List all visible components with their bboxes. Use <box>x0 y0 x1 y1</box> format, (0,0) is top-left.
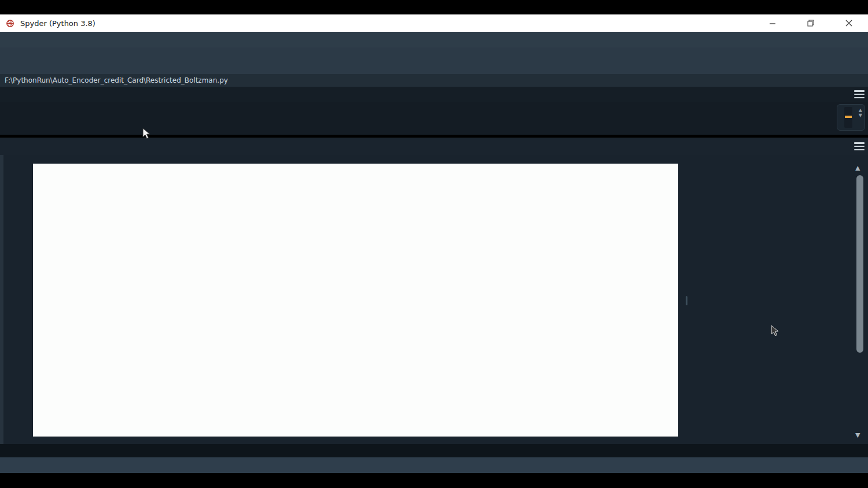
thumbnails-scroll-up-icon[interactable]: ▲ <box>855 164 860 172</box>
plots-options-menu-icon[interactable] <box>854 142 865 150</box>
file-path-bar: F:\PythonRun\Auto_Encoder_credit_Card\Re… <box>0 74 868 87</box>
editor-scroll-widget[interactable]: ▲▼ <box>837 104 865 131</box>
scroll-arrows[interactable]: ▲▼ <box>859 108 862 118</box>
code-editor[interactable] <box>0 102 868 135</box>
plots-pane: ▲ ▼ <box>0 155 868 444</box>
spyder-logo-icon <box>6 19 14 28</box>
title-bar: Spyder (Python 3.8) <box>0 14 868 32</box>
matplotlib-figure <box>33 164 678 437</box>
plots-toolbar <box>0 138 868 155</box>
editor-options-menu-icon[interactable] <box>854 90 865 98</box>
window-title: Spyder (Python 3.8) <box>20 19 95 28</box>
editor-tab-bar <box>0 87 868 102</box>
minimize-button[interactable] <box>765 17 780 29</box>
scroll-flag-marker <box>845 116 852 118</box>
window-controls <box>765 17 868 29</box>
thumbnails-scroll-down-icon[interactable]: ▼ <box>855 431 860 439</box>
restore-button[interactable] <box>803 17 818 29</box>
open-file-path: F:\PythonRun\Auto_Encoder_credit_Card\Re… <box>5 76 228 84</box>
screen: Spyder (Python 3.8) F:\PythonRun\Auto_En… <box>0 0 868 488</box>
pane-tab-bar <box>0 444 868 457</box>
menu-bar <box>0 32 868 47</box>
pane-splitter[interactable] <box>0 155 3 444</box>
main-toolbar <box>0 47 868 74</box>
close-button[interactable] <box>841 17 856 29</box>
thumbnail-splitter-handle[interactable] <box>686 296 687 305</box>
status-bar <box>0 457 868 473</box>
thumbnails-scrollbar[interactable] <box>856 175 863 353</box>
